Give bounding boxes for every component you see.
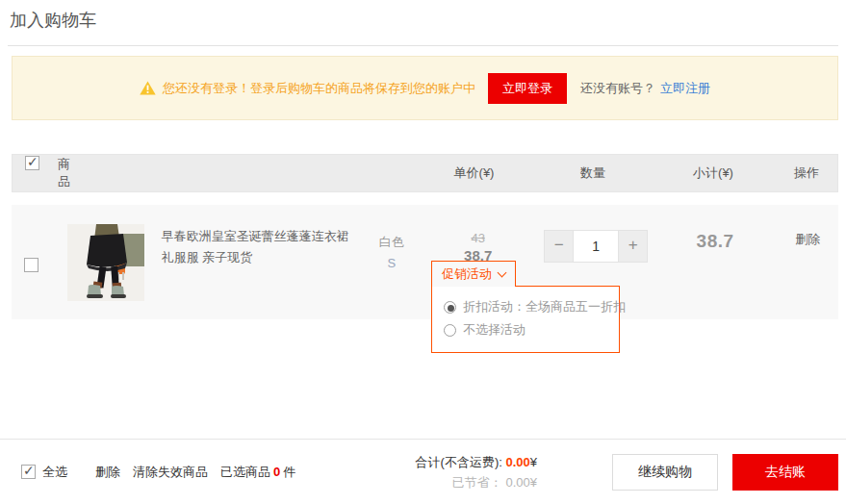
cart-page: 加入购物车 您还没有登录！登录后购物车的商品将保存到您的账户中 立即登录 还没有…: [0, 0, 846, 504]
delete-selected-link[interactable]: 删除: [95, 464, 120, 481]
quantity-cell: − +: [539, 205, 654, 263]
radio-unselected-icon[interactable]: [444, 324, 456, 337]
totals-block: 合计(不含运费): 0.00¥ 已节省： 0.00¥: [416, 452, 537, 492]
total-value: 0.00: [505, 455, 529, 469]
saved-line: 已节省： 0.00¥: [416, 472, 537, 492]
no-account-text: 还没有账号？: [580, 80, 655, 97]
promotion-option-none[interactable]: 不选择活动: [444, 321, 619, 339]
quantity-input[interactable]: [574, 230, 618, 263]
clear-invalid-link[interactable]: 清除失效商品: [133, 464, 208, 481]
total-line: 合计(不含运费): 0.00¥: [416, 452, 537, 472]
subtotal-value: 38.7: [697, 231, 734, 251]
header-quantity: 数量: [535, 164, 651, 182]
variant-size: S: [366, 256, 418, 270]
select-all-checkbox-footer[interactable]: [21, 465, 36, 479]
checkout-button[interactable]: 去结账: [732, 454, 838, 491]
header-product: 商品: [58, 156, 70, 190]
cart-item-row: 早春欧洲皇室圣诞蕾丝蓬蓬连衣裙礼服服 亲子现货 白色 S 43 38.7 − +…: [12, 205, 838, 319]
warning-triangle-icon: [140, 81, 156, 95]
register-now-link[interactable]: 立即注册: [660, 80, 710, 97]
product-variant: 白色 S: [366, 234, 418, 301]
login-warning-banner: 您还没有登录！登录后购物车的商品将保存到您的账户中 立即登录 还没有账号？ 立即…: [12, 56, 838, 120]
title-divider: [8, 45, 838, 46]
promotion-dropdown-panel: 折扣活动：全场商品五一折扣 不选择活动: [431, 286, 620, 353]
login-warning-text: 您还没有登录！登录后购物车的商品将保存到您的账户中: [163, 80, 475, 97]
page-title: 加入购物车: [0, 0, 846, 32]
subtotal-cell: 38.7: [654, 205, 778, 252]
unit-price-cell: 43 38.7: [418, 205, 539, 264]
continue-shopping-button[interactable]: 继续购物: [612, 454, 718, 491]
table-header: 商品 单价(¥) 数量 小计(¥) 操作: [12, 154, 838, 192]
quantity-increase-button[interactable]: +: [618, 230, 648, 263]
operation-cell: 删除: [778, 205, 838, 248]
product-name[interactable]: 早春欧洲皇室圣诞蕾丝蓬蓬连衣裙礼服服 亲子现货: [162, 226, 350, 301]
header-checkbox-cell: 商品: [13, 156, 57, 190]
quantity-stepper: − +: [544, 230, 648, 263]
header-unit-price: 单价(¥): [413, 164, 535, 182]
header-subtotal: 小计(¥): [651, 164, 776, 182]
quantity-decrease-button[interactable]: −: [544, 230, 574, 263]
cart-table: 商品 单价(¥) 数量 小计(¥) 操作: [12, 154, 838, 319]
promotion-option-discount[interactable]: 折扣活动：全场商品五一折扣: [444, 298, 619, 315]
radio-selected-icon[interactable]: [444, 301, 456, 314]
cart-footer-bar: 全选 删除 清除失效商品 已选商品0件 合计(不含运费): 0.00¥ 已节省：…: [0, 439, 846, 504]
product-photo-graphic: [67, 224, 144, 301]
select-all-label[interactable]: 全选: [42, 464, 67, 481]
item-checkbox[interactable]: [24, 258, 38, 272]
selected-count-text: 已选商品0件: [220, 464, 295, 481]
delete-item-link[interactable]: 删除: [795, 232, 820, 246]
variant-color: 白色: [366, 234, 418, 251]
original-price: 43: [418, 231, 539, 245]
header-operation: 操作: [776, 164, 837, 182]
selected-count-value: 0: [273, 465, 280, 479]
promotion-dropdown-toggle[interactable]: 促销活动: [431, 261, 516, 287]
select-all-checkbox-header[interactable]: [25, 156, 39, 170]
login-now-button[interactable]: 立即登录: [488, 73, 567, 104]
promotion-label: 促销活动: [442, 265, 492, 283]
chevron-down-icon: [498, 267, 507, 277]
product-image[interactable]: [67, 224, 144, 301]
